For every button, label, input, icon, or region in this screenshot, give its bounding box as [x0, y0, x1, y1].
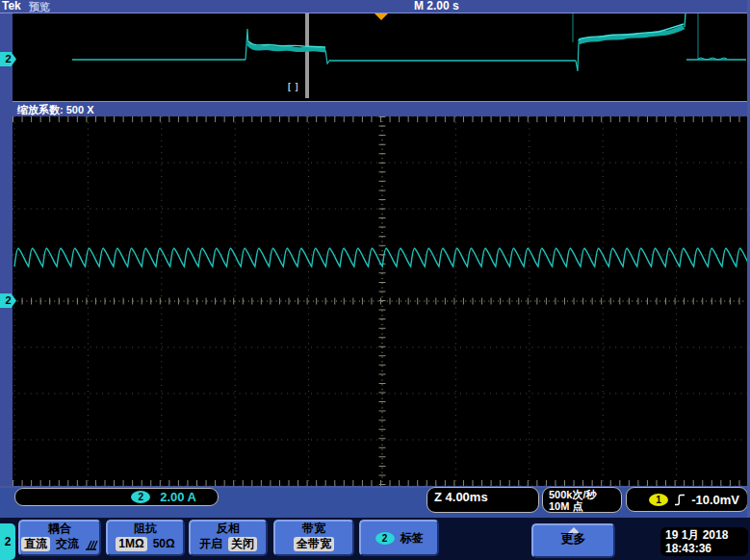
oscilloscope-screen: Tek 预览 M 2.00 s [ ] 2 缩放系: [0, 0, 750, 560]
datetime-readout: 19 1月 2018 18:43:36: [660, 527, 748, 556]
impedance-button[interactable]: 阻抗 1MΩ 50Ω: [106, 520, 185, 556]
zoom-factor-label: 缩放系数: 500 X: [17, 103, 93, 116]
left-border-column: [0, 13, 13, 486]
zoom-timebase-readout: Z 4.00ms: [427, 487, 539, 513]
top-status-bar: Tek 预览 M 2.00 s: [0, 0, 750, 13]
invert-title: 反相: [191, 522, 266, 535]
label-button-text: 标签: [401, 530, 424, 547]
rising-edge-icon: [674, 493, 685, 507]
coupling-dc-option[interactable]: 直流: [21, 537, 50, 551]
coupling-ac-option[interactable]: 交流: [56, 536, 79, 552]
readout-strip: 2 2.00 A Z 4.00ms 500k次/秒 10M 点 1 -10.0m…: [0, 488, 750, 518]
tek-logo: Tek: [2, 0, 21, 13]
timebase-readout: M 2.00 s: [414, 0, 459, 13]
trigger-readout: 1 -10.0mV: [626, 487, 748, 512]
date-value: 19 1月 2018: [665, 528, 748, 542]
trigger-level-value: -10.0mV: [691, 493, 739, 507]
graticule-grid: [13, 116, 750, 486]
coupling-title: 耦合: [20, 522, 99, 535]
impedance-title: 阻抗: [108, 522, 183, 535]
label-channel2-badge: 2: [375, 532, 395, 545]
zoom-window-bracket: [ ]: [288, 82, 299, 91]
record-length-value: 10M 点: [549, 500, 621, 512]
ground-coupling-icon: [85, 538, 98, 550]
channel2-scale-value: 2.00 A: [160, 490, 196, 504]
softkey-menu-bar: 2 耦合 直流 交流 阻抗 1MΩ 50Ω 反相 开启 关闭: [0, 518, 750, 560]
channel2-badge: 2: [131, 491, 150, 503]
trigger-position-marker-icon[interactable]: [375, 13, 388, 20]
time-value: 18:43:36: [665, 542, 748, 555]
main-waveform-pane: [13, 116, 750, 486]
zoom-window-cursor[interactable]: [305, 13, 309, 98]
invert-off-option[interactable]: 关闭: [228, 537, 257, 551]
invert-on-option[interactable]: 开启: [199, 536, 222, 552]
acquisition-status: 预览: [29, 1, 50, 13]
impedance-50ohm-option[interactable]: 50Ω: [153, 537, 175, 550]
channel2-scale-readout: 2 2.00 A: [14, 488, 219, 506]
trigger-source-badge: 1: [649, 494, 668, 506]
overview-waveform-pane: [13, 13, 747, 101]
invert-button[interactable]: 反相 开启 关闭: [189, 520, 268, 556]
label-button[interactable]: 2 标签: [359, 520, 439, 556]
overview-waveform: [13, 13, 747, 101]
coupling-button[interactable]: 耦合 直流 交流: [18, 520, 101, 556]
more-button[interactable]: 更多: [531, 523, 615, 558]
zoom-factor-bar: 缩放系数: 500 X: [13, 101, 750, 116]
bandwidth-button[interactable]: 带宽 全带宽: [273, 520, 354, 556]
bandwidth-title: 带宽: [275, 522, 352, 535]
channel2-menu-tab[interactable]: 2: [0, 523, 15, 560]
bandwidth-full-option[interactable]: 全带宽: [294, 537, 334, 551]
more-button-text: 更多: [533, 532, 613, 546]
sample-rate-readout: 500k次/秒 10M 点: [542, 487, 622, 513]
sample-rate-value: 500k次/秒: [549, 489, 621, 500]
impedance-1mohm-option[interactable]: 1MΩ: [116, 537, 146, 551]
